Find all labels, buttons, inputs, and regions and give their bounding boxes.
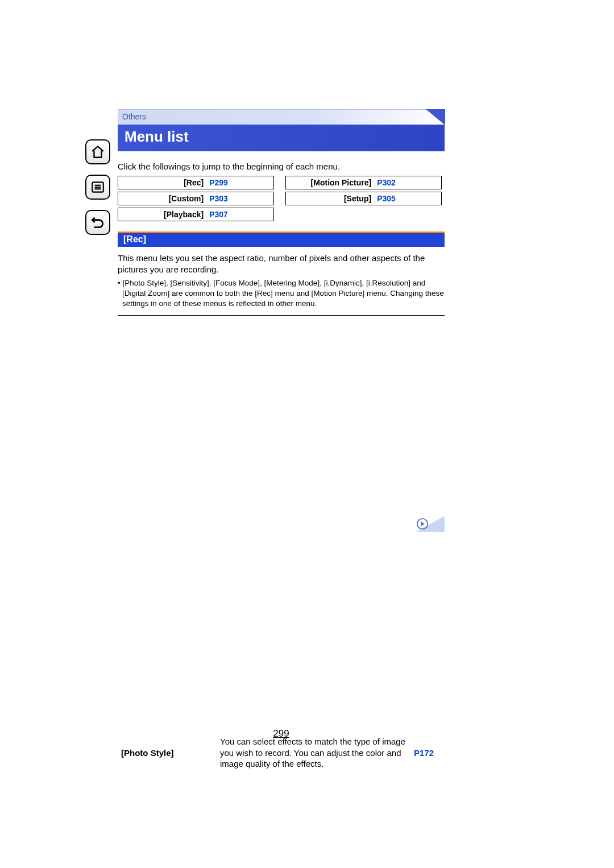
jump-page: P307 (206, 208, 228, 221)
section-header-rec: [Rec] (118, 232, 445, 247)
page-title: Menu list (118, 125, 445, 151)
jump-link-grid: [Rec] P299 [Custom] P303 [Playback] P307… (118, 176, 445, 224)
page-number: 299 (118, 728, 445, 739)
jump-label: [Setup] (286, 192, 374, 205)
jump-link-custom[interactable]: [Custom] P303 (118, 192, 274, 205)
back-icon (90, 215, 105, 230)
breadcrumb: Others (118, 110, 445, 127)
jump-page: P299 (206, 176, 228, 189)
jump-link-motion-picture[interactable]: [Motion Picture] P302 (285, 176, 442, 189)
jump-label: [Rec] (118, 176, 206, 189)
jump-label: [Motion Picture] (286, 176, 374, 189)
back-button[interactable] (85, 210, 110, 235)
breadcrumb-bar: Others (118, 109, 445, 125)
sidebar (85, 139, 111, 245)
jump-page: P303 (206, 192, 228, 205)
intro-text: Click the followings to jump to the begi… (118, 162, 445, 171)
toc-button[interactable] (85, 175, 110, 200)
item-page-link[interactable]: P172 (410, 315, 445, 868)
breadcrumb-corner (426, 109, 445, 125)
next-page-button[interactable] (415, 516, 445, 532)
table-row: [Photo Style]You can select effects to m… (118, 315, 445, 868)
menu-table: [Photo Style]You can select effects to m… (118, 315, 445, 868)
item-name: [Photo Style] (118, 315, 217, 868)
jump-link-rec[interactable]: [Rec] P299 (118, 176, 274, 189)
arrow-right-circle-icon (416, 518, 429, 530)
home-icon (90, 144, 105, 159)
section-description: This menu lets you set the aspect ratio,… (118, 253, 445, 275)
jump-link-playback[interactable]: [Playback] P307 (118, 208, 274, 221)
jump-page: P302 (374, 176, 396, 189)
jump-link-setup[interactable]: [Setup] P305 (285, 192, 442, 205)
item-desc: You can select effects to match the type… (217, 315, 410, 868)
jump-label: [Playback] (118, 208, 206, 221)
section-note: • [Photo Style], [Sensitivity], [Focus M… (118, 278, 445, 309)
home-button[interactable] (85, 139, 110, 164)
jump-page: P305 (374, 192, 396, 205)
list-icon (90, 180, 105, 195)
jump-label: [Custom] (118, 192, 206, 205)
